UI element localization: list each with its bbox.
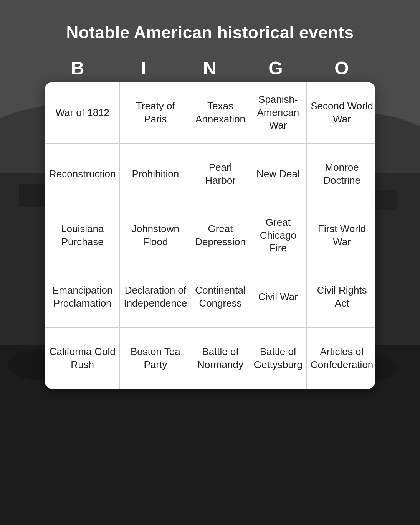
bingo-letter-I: I	[111, 58, 177, 79]
bingo-cell-17[interactable]: Continental Congress	[191, 266, 250, 328]
bingo-cell-8[interactable]: New Deal	[250, 144, 307, 205]
bingo-cell-1[interactable]: Treaty of Paris	[120, 82, 191, 144]
bingo-cell-20[interactable]: California Gold Rush	[45, 328, 120, 389]
bingo-cell-12[interactable]: Great Depression	[191, 205, 250, 266]
bingo-cell-23[interactable]: Battle of Gettysburg	[250, 328, 307, 389]
bingo-cell-19[interactable]: Civil Rights Act	[307, 266, 375, 328]
bingo-cell-13[interactable]: Great Chicago Fire	[250, 205, 307, 266]
page-container: Notable American historical events BINGO…	[0, 0, 420, 525]
bingo-letter-N: N	[177, 58, 243, 79]
page-title: Notable American historical events	[66, 23, 354, 42]
bingo-cell-7[interactable]: Pearl Harbor	[191, 144, 250, 205]
bingo-letter-O: O	[309, 58, 375, 79]
bingo-cell-16[interactable]: Declaration of Independence	[120, 266, 191, 328]
bingo-cell-10[interactable]: Louisiana Purchase	[45, 205, 120, 266]
bingo-cell-14[interactable]: First World War	[307, 205, 375, 266]
bingo-cell-18[interactable]: Civil War	[250, 266, 307, 328]
bingo-cell-11[interactable]: Johnstown Flood	[120, 205, 191, 266]
bingo-cell-5[interactable]: Reconstruction	[45, 144, 120, 205]
bingo-cell-6[interactable]: Prohibition	[120, 144, 191, 205]
bingo-cell-4[interactable]: Second World War	[307, 82, 375, 144]
bingo-header: BINGO	[45, 58, 375, 79]
bingo-cell-3[interactable]: Spanish-American War	[250, 82, 307, 144]
bingo-letter-B: B	[45, 58, 111, 79]
bingo-card: War of 1812Treaty of ParisTexas Annexati…	[45, 82, 375, 389]
bingo-cell-22[interactable]: Battle of Normandy	[191, 328, 250, 389]
bingo-cell-21[interactable]: Boston Tea Party	[120, 328, 191, 389]
bingo-grid: War of 1812Treaty of ParisTexas Annexati…	[45, 82, 375, 389]
bingo-cell-15[interactable]: Emancipation Proclamation	[45, 266, 120, 328]
bingo-cell-2[interactable]: Texas Annexation	[191, 82, 250, 144]
bingo-cell-24[interactable]: Articles of Confederation	[307, 328, 375, 389]
bingo-letter-G: G	[243, 58, 309, 79]
bingo-cell-0[interactable]: War of 1812	[45, 82, 120, 144]
bingo-cell-9[interactable]: Monroe Doctrine	[307, 144, 375, 205]
